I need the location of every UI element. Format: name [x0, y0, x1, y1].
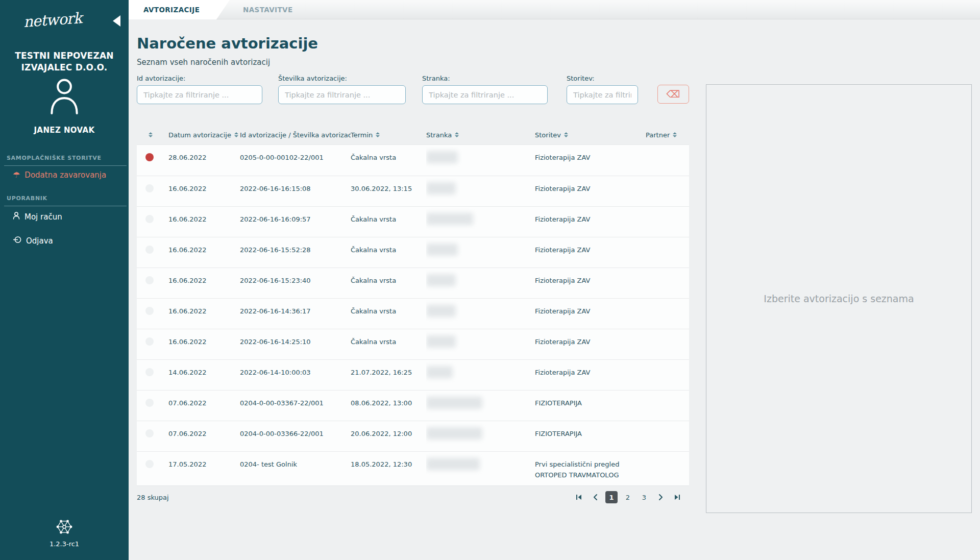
authorizations-table: Datum avtorizacijeId avtorizacije / Štev… [137, 125, 689, 486]
column-header-termin[interactable]: Termin [351, 131, 426, 139]
filter-id-avtorizacije: Id avtorizacije: [137, 75, 262, 104]
first-page-button[interactable] [573, 491, 585, 503]
filter-label: Stranka: [422, 75, 548, 82]
table-row[interactable]: 07.06.20220204-0-00-03367-22/00108.06.20… [137, 390, 689, 421]
cell-storitev: Fizioterapija ZAV [535, 299, 646, 329]
table-header-row: Datum avtorizacijeId avtorizacije / Štev… [137, 125, 689, 144]
table-row[interactable]: 07.06.20220204-0-00-03366-22/00120.06.20… [137, 421, 689, 451]
sort-icon [376, 132, 380, 137]
company-name-line1: TESTNI NEPOVEZAN [15, 51, 114, 61]
pagination: 123 [573, 491, 689, 503]
cell-termin: 30.06.2022, 13:15 [351, 176, 426, 206]
cell-datum: 16.06.2022 [168, 299, 240, 329]
redacted-stranka [426, 244, 458, 256]
cell-partner [646, 268, 689, 298]
network-logo: network [14, 9, 91, 31]
cell-stranka [426, 176, 535, 206]
backspace-icon: ⌫ [667, 89, 680, 99]
tab-nastavitve[interactable]: NASTAVITVE [243, 0, 293, 19]
sidebar-item-odjava[interactable]: Odjava [13, 236, 53, 246]
cell-status [145, 268, 168, 298]
column-header-datum-avtorizacije[interactable]: Datum avtorizacije [168, 131, 240, 139]
cell-storitev: Fizioterapija ZAV [535, 145, 646, 176]
page-button-3[interactable]: 3 [638, 491, 650, 503]
column-label: Storitev [535, 131, 561, 139]
cell-id: 2022-06-16-15:52:28 [240, 237, 351, 267]
collapse-sidebar-icon[interactable] [113, 15, 120, 27]
cell-stranka [426, 360, 535, 390]
cell-stranka [426, 145, 535, 176]
cell-storitev: Fizioterapija ZAV [535, 176, 646, 206]
cell-termin: 18.05.2022, 12:30 [351, 452, 426, 485]
column-label: Id avtorizacije / Številka avtorizacij [240, 131, 351, 139]
column-header-id-avtorizacije-tevilka-avtorizacij[interactable]: Id avtorizacije / Številka avtorizacij [240, 131, 351, 139]
status-dot [145, 337, 154, 346]
cell-datum: 16.06.2022 [168, 176, 240, 206]
total-count: 28 skupaj [137, 494, 169, 501]
user-avatar-icon [0, 77, 129, 117]
next-page-icon [658, 494, 663, 500]
cell-termin: Čakalna vrsta [351, 268, 426, 298]
sidebar-item-dodatna-zavarovanja[interactable]: ☂ Dodatna zavarovanja [13, 171, 106, 180]
cell-partner [646, 176, 689, 206]
cell-datum: 16.06.2022 [168, 329, 240, 359]
next-page-button[interactable] [654, 491, 667, 503]
cell-termin: Čakalna vrsta [351, 145, 426, 176]
table-row[interactable]: 16.06.20222022-06-16-14:25:10Čakalna vrs… [137, 329, 689, 359]
section-title-uporabnik: UPORABNIK [4, 195, 127, 206]
column-header-storitev[interactable]: Storitev [535, 131, 646, 139]
app-root: network TESTNI NEPOVEZAN IZVAJALEC D.O.O… [0, 0, 980, 560]
filter-stranka-input[interactable] [422, 85, 548, 104]
cell-status [145, 176, 168, 206]
last-page-button[interactable] [671, 491, 683, 503]
tab-avtorizacije[interactable]: AVTORIZACIJE [130, 0, 213, 19]
cell-datum: 07.06.2022 [168, 391, 240, 421]
table-row[interactable]: 16.06.20222022-06-16-14:36:17Čakalna vrs… [137, 298, 689, 329]
cell-partner [646, 299, 689, 329]
sort-icon [149, 132, 153, 137]
cell-partner [646, 360, 689, 390]
table-row[interactable]: 16.06.20222022-06-16-15:52:28Čakalna vrs… [137, 237, 689, 267]
column-header-partner[interactable]: Partner [646, 131, 689, 139]
cell-datum: 28.06.2022 [168, 145, 240, 176]
cell-status [145, 452, 168, 485]
clear-filters-button[interactable]: ⌫ [657, 85, 689, 104]
table-row[interactable]: 16.06.20222022-06-16-16:09:57Čakalna vrs… [137, 206, 689, 237]
column-header-stranka[interactable]: Stranka [426, 131, 535, 139]
filter-storitev-input[interactable] [567, 85, 638, 104]
sidebar-item-moj-racun[interactable]: Moj račun [13, 212, 62, 222]
column-header-status[interactable] [145, 132, 168, 137]
sidebar-item-label: Dodatna zavarovanja [24, 171, 106, 180]
table-row[interactable]: 16.06.20222022-06-16-15:23:40Čakalna vrs… [137, 267, 689, 298]
detail-panel: Izberite avtorizacijo s seznama [706, 84, 972, 513]
status-dot [145, 368, 154, 376]
filter-stranka: Stranka: [422, 75, 548, 104]
page-button-1[interactable]: 1 [605, 491, 618, 503]
cell-stranka [426, 299, 535, 329]
logout-icon [13, 236, 21, 246]
table-row[interactable]: 17.05.20220204- test Golnik18.05.2022, 1… [137, 451, 689, 485]
cell-stranka [426, 207, 535, 237]
cell-stranka [426, 268, 535, 298]
cell-datum: 17.05.2022 [168, 452, 240, 485]
redacted-stranka [426, 458, 480, 470]
cell-partner [646, 207, 689, 237]
user-icon [13, 212, 20, 222]
sort-icon [673, 132, 677, 137]
cell-termin: Čakalna vrsta [351, 299, 426, 329]
page-title: Naročene avtorizacije [137, 35, 318, 52]
status-dot [145, 399, 154, 407]
filter-stevilka-avtorizacije-input[interactable] [278, 85, 406, 104]
status-dot [145, 184, 154, 192]
table-row[interactable]: 28.06.20220205-0-00-00102-22/001Čakalna … [137, 145, 689, 176]
table-row[interactable]: 14.06.20222022-06-14-10:00:0321.07.2022,… [137, 359, 689, 390]
filter-label: Številka avtorizacije: [278, 75, 406, 82]
cell-stranka [426, 329, 535, 359]
prev-page-button[interactable] [589, 491, 601, 503]
cell-partner [646, 237, 689, 267]
cell-datum: 16.06.2022 [168, 207, 240, 237]
table-row[interactable]: 16.06.20222022-06-16-16:15:0830.06.2022,… [137, 176, 689, 206]
filter-id-avtorizacije-input[interactable] [137, 85, 262, 104]
page-button-2[interactable]: 2 [622, 491, 634, 503]
status-dot [145, 215, 154, 223]
